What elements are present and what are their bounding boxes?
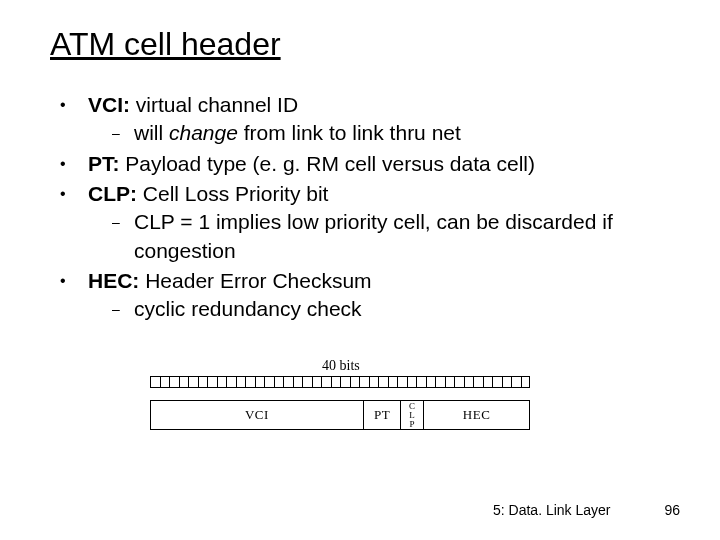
hec-sub: cyclic redundancy check bbox=[112, 295, 670, 323]
clp-text: Cell Loss Priority bit bbox=[137, 182, 328, 205]
field-hec: HEC bbox=[423, 401, 529, 429]
vci-sub-c: from link to link thru net bbox=[238, 121, 461, 144]
field-pt: PT bbox=[363, 401, 401, 429]
field-clp: C L P bbox=[400, 401, 423, 429]
vci-text: virtual channel ID bbox=[130, 93, 298, 116]
bullet-vci: VCI: virtual channel ID will change from… bbox=[60, 91, 670, 148]
bits-label: 40 bits bbox=[322, 358, 360, 374]
bullet-pt: PT: Payload type (e. g. RM cell versus d… bbox=[60, 150, 670, 178]
bullet-list: VCI: virtual channel ID will change from… bbox=[50, 91, 670, 324]
slide-title: ATM cell header bbox=[50, 26, 670, 63]
hec-text: Header Error Checksum bbox=[139, 269, 371, 292]
bullet-hec: HEC: Header Error Checksum cyclic redund… bbox=[60, 267, 670, 324]
clp-sub: CLP = 1 implies low priority cell, can b… bbox=[112, 208, 670, 265]
pt-label: PT: bbox=[88, 152, 120, 175]
pt-text: Payload type (e. g. RM cell versus data … bbox=[120, 152, 536, 175]
vci-sub-a: will bbox=[134, 121, 169, 144]
slide: ATM cell header VCI: virtual channel ID … bbox=[0, 0, 720, 540]
bullet-clp: CLP: Cell Loss Priority bit CLP = 1 impl… bbox=[60, 180, 670, 265]
footer-chapter: 5: Data. Link Layer bbox=[493, 502, 611, 518]
vci-sub: will change from link to link thru net bbox=[112, 119, 670, 147]
clp-label: CLP: bbox=[88, 182, 137, 205]
bit-ruler bbox=[150, 376, 530, 388]
vci-sub-b: change bbox=[169, 121, 238, 144]
footer: 5: Data. Link Layer 96 bbox=[493, 502, 680, 518]
footer-page: 96 bbox=[664, 502, 680, 518]
hec-label: HEC: bbox=[88, 269, 139, 292]
field-boxes: VCI PT C L P HEC bbox=[150, 400, 530, 430]
clp-p: P bbox=[410, 420, 416, 429]
field-vci: VCI bbox=[151, 401, 363, 429]
vci-label: VCI: bbox=[88, 93, 130, 116]
